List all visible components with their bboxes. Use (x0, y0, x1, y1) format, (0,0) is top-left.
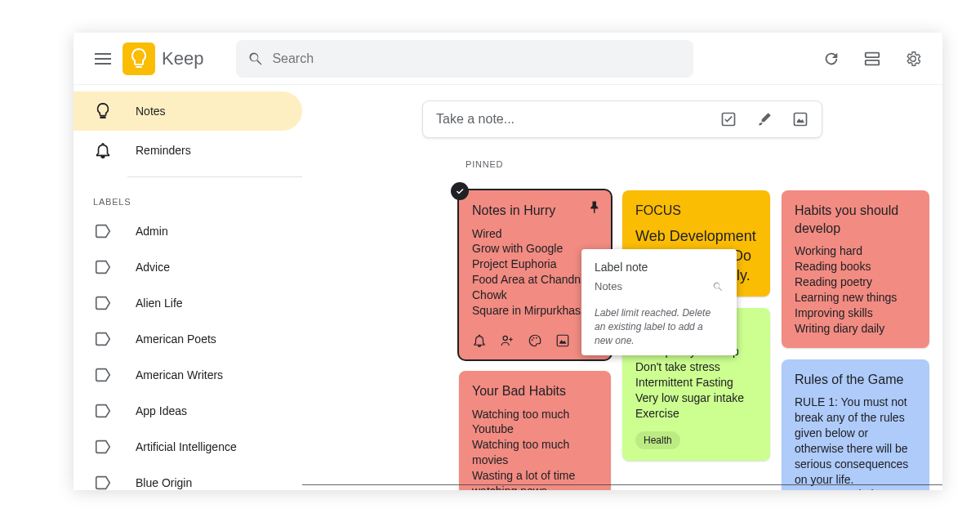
refresh-icon (822, 50, 840, 68)
main-content: Take a note... PINNED Notes in HurryWire… (302, 85, 942, 490)
popover-search-input[interactable]: Notes (595, 280, 712, 292)
note-card[interactable]: Habits you should developWorking hard Re… (782, 190, 929, 348)
popover-message: Label limit reached. Delete an existing … (581, 300, 737, 347)
note-card[interactable]: Your Bad HabitsWatching too much Youtube… (459, 371, 611, 490)
sidebar-label-item[interactable]: American Poets (74, 321, 302, 357)
label-icon (93, 330, 113, 348)
note-body: Wired Grow with Google Project Euphoria … (472, 226, 598, 319)
header-actions (815, 42, 929, 75)
label-icon (93, 294, 113, 312)
note-toolbar (472, 333, 598, 348)
main-menu-button[interactable] (87, 42, 119, 75)
sidebar-label-text: American Poets (136, 332, 216, 346)
sidebar-label-item[interactable]: Blue Origin (74, 465, 302, 490)
svg-point-7 (533, 337, 535, 339)
sidebar: Notes Reminders LABELS AdminAdviceAlien … (74, 85, 302, 490)
sidebar-label-text: Alien Life (136, 297, 183, 310)
take-note-placeholder: Take a note... (436, 112, 720, 127)
sidebar-item-label: Notes (136, 105, 166, 118)
image-icon (792, 111, 808, 127)
app-window: Keep Notes Rem (74, 33, 942, 490)
search-bar[interactable] (236, 40, 693, 78)
label-icon (93, 402, 113, 420)
refresh-button[interactable] (815, 42, 848, 75)
collaborator-icon[interactable] (500, 333, 514, 348)
sidebar-label-text: App Ideas (136, 404, 187, 417)
label-icon (93, 438, 113, 456)
keep-logo (122, 42, 155, 75)
labels-heading: LABELS (74, 184, 302, 213)
label-icon (93, 222, 113, 240)
note-body: RULE 1: You must not break any of the ru… (795, 395, 916, 490)
svg-rect-2 (866, 60, 880, 65)
search-icon (247, 51, 264, 67)
gear-icon (904, 50, 922, 68)
pinned-section-label: PINNED (466, 159, 942, 169)
sidebar-label-item[interactable]: Advice (74, 249, 302, 285)
label-icon (93, 258, 113, 276)
svg-point-5 (503, 336, 507, 340)
sidebar-separator (127, 176, 302, 177)
take-note-bar[interactable]: Take a note... (422, 100, 822, 138)
list-view-icon (863, 50, 881, 68)
sidebar-item-notes[interactable]: Notes (74, 91, 302, 131)
lightbulb-icon (93, 102, 113, 120)
svg-rect-4 (795, 114, 807, 126)
note-title: Habits you should develop (795, 202, 916, 237)
lightbulb-icon (131, 48, 147, 69)
sidebar-label-text: American Writers (136, 368, 223, 381)
svg-point-8 (536, 337, 537, 339)
new-drawing-button[interactable] (756, 111, 773, 127)
popover-title: Label note (581, 257, 737, 280)
popover-search[interactable]: Notes (581, 280, 737, 300)
note-body: Working hard Reading books Reading poetr… (795, 243, 916, 336)
header: Keep (74, 33, 942, 85)
search-icon (712, 281, 724, 292)
svg-rect-9 (557, 335, 568, 346)
sidebar-label-text: Artificial Intelligence (136, 440, 237, 453)
label-icon (93, 474, 113, 490)
new-image-note-button[interactable] (792, 111, 808, 127)
sidebar-label-item[interactable]: Admin (74, 213, 302, 249)
new-list-button[interactable] (720, 111, 737, 127)
sidebar-label-item[interactable]: Alien Life (74, 285, 302, 321)
sidebar-item-reminders[interactable]: Reminders (74, 131, 302, 170)
svg-rect-1 (866, 52, 880, 57)
list-view-button[interactable] (856, 42, 889, 75)
sidebar-label-text: Advice (136, 261, 170, 274)
bell-icon (93, 141, 113, 159)
palette-icon[interactable] (528, 333, 542, 348)
note-title: Your Bad Habits (472, 382, 598, 400)
image-icon[interactable] (555, 333, 570, 348)
sidebar-item-label: Reminders (136, 144, 191, 157)
search-input[interactable] (272, 51, 682, 66)
remind-icon[interactable] (472, 333, 487, 348)
sidebar-label-text: Blue Origin (136, 476, 192, 489)
label-icon (93, 366, 113, 384)
note-title: Rules of the Game (795, 371, 916, 389)
svg-rect-0 (136, 66, 142, 68)
note-body: Have plenty of sleep Don't take stress I… (635, 344, 757, 421)
app-name: Keep (162, 48, 203, 69)
bottom-divider (302, 484, 942, 485)
label-note-popover: Label note Notes Label limit reached. De… (581, 249, 737, 355)
checkbox-icon (720, 111, 737, 127)
selection-check-icon[interactable] (451, 182, 469, 200)
sidebar-label-text: Admin (136, 225, 168, 238)
settings-button[interactable] (897, 42, 929, 75)
sidebar-label-item[interactable]: Artificial Intelligence (74, 429, 302, 465)
take-note-actions (720, 111, 808, 127)
note-body: Watching too much Youtube Watching too m… (472, 407, 598, 490)
note-title: FOCUS (635, 202, 757, 220)
svg-point-6 (532, 339, 533, 341)
sidebar-label-item[interactable]: American Writers (74, 357, 302, 393)
note-card[interactable]: Rules of the GameRULE 1: You must not br… (782, 359, 929, 490)
sidebar-label-item[interactable]: App Ideas (74, 393, 302, 429)
hamburger-icon (95, 53, 111, 65)
note-title: Notes in Hurry (472, 202, 598, 220)
pin-icon[interactable] (586, 200, 601, 215)
brush-icon (756, 111, 773, 127)
note-label-chip[interactable]: Health (635, 431, 680, 449)
